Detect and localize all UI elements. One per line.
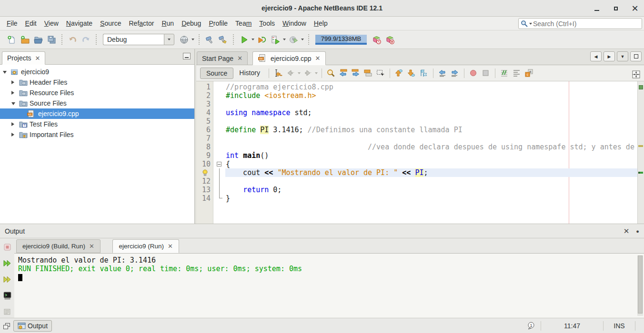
profile-loop-icon[interactable] [287,33,300,46]
close-tab-icon[interactable]: ✕ [315,55,321,61]
dropdown-arrow-icon[interactable] [283,39,286,40]
menu-edit[interactable]: Edit [21,17,40,30]
expand-arrow-icon[interactable] [11,91,14,95]
search-box[interactable] [518,18,642,29]
code-editor[interactable]: 12345678910121314 //programa ejercicio8.… [196,81,644,224]
scroll-tabs-left-icon[interactable]: ◀ [590,51,602,61]
close-tab-icon[interactable]: ✕ [237,55,242,61]
history-view-button[interactable]: History [233,68,266,79]
menu-tools[interactable]: Tools [255,17,279,30]
stop-macro-recording-icon[interactable] [480,67,492,79]
tree-item-header-files[interactable]: Header Files [0,77,194,88]
stripe-hint-mark[interactable] [638,172,643,174]
output-window-toggle-button[interactable]: Output [13,320,52,332]
menu-source[interactable]: Source [96,17,125,30]
maximize-editor-icon[interactable] [630,51,642,61]
toggle-header-source-icon[interactable]: nc [523,67,535,79]
debug-project-icon[interactable] [255,33,269,46]
dropdown-arrow-icon[interactable] [301,39,304,40]
configuration-dropdown-icon[interactable] [164,34,174,45]
uncomment-icon[interactable] [511,67,523,79]
menu-team[interactable]: Team [231,17,255,30]
configuration-combobox[interactable]: Debug [103,34,174,45]
menu-file[interactable]: File [3,17,21,30]
editor-tab-start-page[interactable]: Start Page✕ [197,51,248,65]
find-selection-icon[interactable] [325,67,337,79]
close-icon[interactable]: ✕ [35,55,40,61]
dropdown-arrow-icon[interactable] [191,39,194,40]
profile-stop-points-icon[interactable] [383,33,396,46]
new-project-icon[interactable] [18,33,31,46]
menu-view[interactable]: View [40,17,62,30]
output-tab-ejercicio9-build-run-[interactable]: ejercicio9 (Build, Run)✕ [16,239,101,253]
scroll-tabs-right-icon[interactable]: ▶ [604,51,615,61]
error-stripe[interactable] [637,81,644,224]
menu-help[interactable]: Help [310,17,332,30]
close-tab-icon[interactable]: ✕ [168,243,173,249]
minimize-panel-icon[interactable] [183,53,191,59]
tree-item-important-files[interactable]: Important Files [0,129,194,140]
tab-list-icon[interactable]: ▼ [617,51,628,61]
minimize-icon[interactable] [591,2,603,15]
stripe-warning-mark[interactable] [638,145,643,147]
editor-tab-ejercicio9-cpp[interactable]: ccejercicio9.cpp✕ [252,51,326,65]
comment-icon[interactable] [498,67,511,79]
last-edit-location-icon[interactable] [272,67,284,79]
undo-icon[interactable] [66,33,79,46]
dropdown-arrow-icon[interactable] [252,39,254,40]
toggle-highlight-search-icon[interactable] [362,67,374,79]
output-settings-icon[interactable] [0,305,14,318]
fold-collapse-icon[interactable] [217,162,221,166]
rectangular-selection-icon[interactable] [374,67,387,79]
float-output-icon[interactable]: ● [636,228,639,234]
tree-item-ejercicio9-cpp[interactable]: ccejercicio9.cpp [0,108,194,119]
set-configuration-icon[interactable] [177,33,191,46]
stop-process-icon[interactable] [0,241,14,254]
expand-arrow-icon[interactable] [11,133,14,137]
memory-usage-indicator[interactable]: 799.9/1338MB [315,35,367,45]
hint-lightbulb-icon[interactable] [202,169,208,176]
build-project-icon[interactable] [203,33,216,46]
run-project-icon[interactable] [237,33,251,46]
menu-window[interactable]: Window [279,17,310,30]
shift-line-left-icon[interactable] [436,67,449,79]
close-icon[interactable]: ✕ [629,2,641,15]
next-bookmark-icon[interactable] [405,67,418,79]
find-next-occurrence-icon[interactable] [350,67,362,79]
navigate-forward-icon[interactable] [302,67,314,79]
maximize-icon[interactable] [610,2,622,15]
profile-points-icon[interactable] [370,33,383,46]
menu-run[interactable]: Run [158,17,178,30]
navigate-back-icon[interactable] [284,67,297,79]
tree-item-resource-files[interactable]: Resource Files [0,88,194,98]
open-terminal-icon[interactable] [0,289,14,302]
collapse-arrow-icon[interactable] [3,71,7,74]
console-output[interactable]: Mostrando el valor de PI: 3.1416RUN FINI… [14,253,644,318]
output-tab-ejercicio9-run-[interactable]: ejercicio9 (Run)✕ [112,239,179,253]
menu-profile[interactable]: Profile [205,17,231,30]
find-previous-occurrence-icon[interactable] [337,67,350,79]
menu-refactor[interactable]: Refactor [125,17,158,30]
shift-line-right-icon[interactable] [449,67,461,79]
clean-and-build-icon[interactable] [216,33,230,46]
tree-item-test-files[interactable]: TTest Files [0,119,194,129]
toggle-bookmark-icon[interactable] [418,67,430,79]
redo-icon[interactable] [79,33,92,46]
restore-window-group-icon[interactable] [3,322,11,330]
new-file-icon[interactable] [5,33,18,46]
expand-arrow-icon[interactable] [11,80,14,84]
insert-mode-indicator[interactable]: INS [608,322,630,330]
tree-item-source-files[interactable]: Source Files [0,98,194,108]
rerun-icon[interactable] [0,257,14,270]
open-project-icon[interactable] [31,33,45,46]
collapse-arrow-icon[interactable] [11,102,15,105]
tab-projects[interactable]: Projects ✕ [2,51,45,65]
menu-navigate[interactable]: Navigate [62,17,96,30]
source-view-button[interactable]: Source [200,68,233,79]
tree-item-ejercicio9[interactable]: ejercicio9 [0,67,194,77]
rerun-with-args-icon[interactable] [0,274,14,286]
output-scrollbar[interactable] [637,255,643,316]
menu-debug[interactable]: Debug [178,17,205,30]
search-scope-dropdown-icon[interactable] [529,23,532,25]
search-input[interactable] [533,20,640,28]
